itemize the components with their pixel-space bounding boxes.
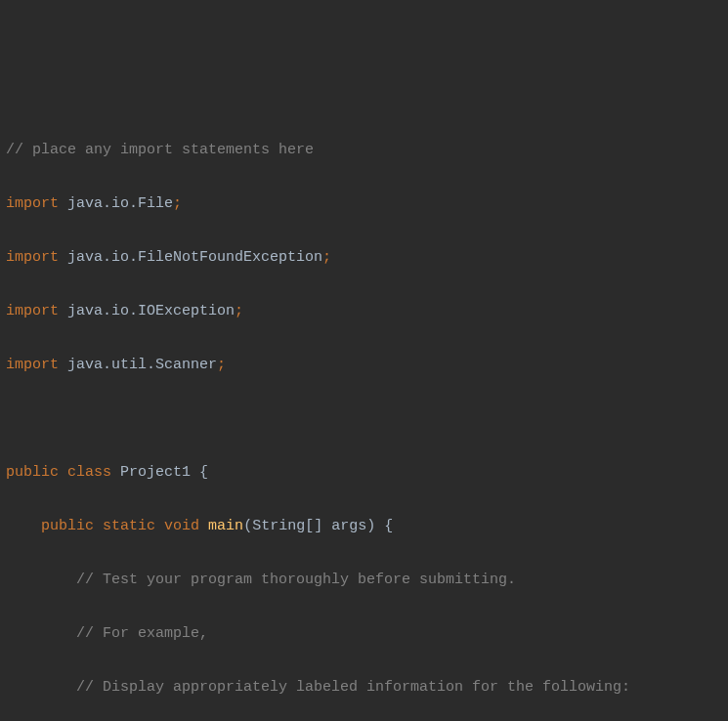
keyword-static: static (103, 518, 155, 534)
keyword-import: import (6, 303, 59, 319)
semicolon: ; (235, 303, 243, 319)
keyword-import: import (6, 249, 59, 266)
semicolon: ; (173, 195, 182, 212)
code-line: // Test your program thoroughly before s… (0, 567, 728, 594)
code-line: import java.util.Scanner; (0, 352, 728, 379)
code-line: public static void main(String[] args) { (0, 513, 728, 540)
comment-text: // For example, (6, 625, 208, 642)
code-line: import java.io.IOException; (0, 298, 728, 325)
method-params: (String[] args) { (243, 518, 393, 534)
keyword-void: void (164, 518, 199, 534)
brace-open: { (191, 464, 208, 481)
code-line: import java.io.File; (0, 191, 728, 218)
import-path: java.util.Scanner (59, 357, 217, 373)
code-line: // For example, (0, 620, 728, 648)
code-line: // place any import statements here (0, 137, 728, 164)
keyword-import: import (6, 357, 59, 373)
code-line: import java.io.FileNotFoundException; (0, 244, 728, 272)
keyword-public: public (6, 464, 59, 481)
semicolon: ; (322, 249, 331, 266)
method-name: main (208, 518, 243, 534)
code-line: public class Project1 { (0, 459, 728, 487)
comment-text: // Display appropriately labeled informa… (6, 679, 630, 696)
comment-text: // place any import statements here (6, 142, 314, 158)
comment-text: // Test your program thoroughly before s… (6, 572, 516, 588)
blank-line (0, 405, 728, 433)
import-path: java.io.File (59, 195, 173, 212)
import-path: java.io.FileNotFoundException (59, 249, 322, 266)
code-line: // Display appropriately labeled informa… (0, 674, 728, 701)
class-name: Project1 (120, 464, 191, 481)
keyword-public: public (41, 518, 94, 534)
import-path: java.io.IOException (59, 303, 235, 319)
keyword-class: class (67, 464, 111, 481)
code-editor[interactable]: // place any import statements here impo… (0, 109, 728, 721)
semicolon: ; (217, 357, 226, 373)
keyword-import: import (6, 195, 59, 212)
